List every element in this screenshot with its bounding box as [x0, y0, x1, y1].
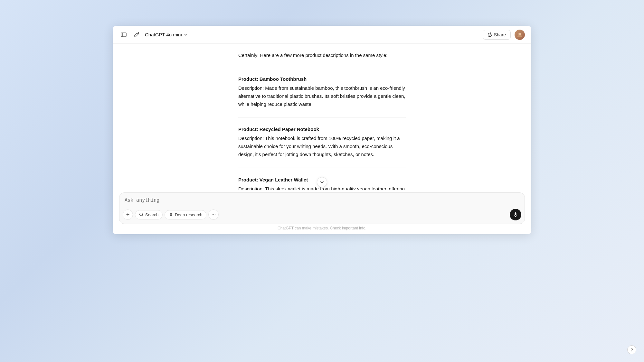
product-2-desc: Description: This notebook is crafted fr… — [238, 135, 406, 158]
more-button[interactable]: ··· — [208, 209, 219, 220]
intro-text: Certainly! Here are a few more product d… — [238, 44, 406, 64]
search-button[interactable]: Search — [135, 210, 163, 219]
model-selector[interactable]: ChatGPT 4o mini — [145, 32, 188, 37]
divider-2 — [238, 117, 406, 117]
toolbar-left: + Search — [123, 209, 219, 220]
product-1-desc: Description: Made from sustainable bambo… — [238, 84, 406, 108]
input-box: + Search — [119, 192, 525, 224]
add-button[interactable]: + — [123, 209, 133, 220]
svg-line-4 — [142, 215, 143, 216]
svg-point-5 — [170, 213, 172, 215]
svg-rect-8 — [515, 212, 516, 215]
header: ChatGPT 4o mini Share — [113, 26, 531, 44]
help-button[interactable]: ? — [627, 345, 636, 354]
share-button[interactable]: Share — [483, 30, 511, 40]
product-bamboo: Product: Bamboo Toothbrush Description: … — [238, 70, 406, 115]
input-toolbar: + Search — [119, 207, 525, 224]
search-label: Search — [145, 212, 158, 217]
divider-1 — [238, 67, 406, 67]
avatar[interactable] — [515, 30, 525, 40]
product-notebook: Product: Recycled Paper Notebook Descrip… — [238, 120, 406, 165]
share-label: Share — [494, 32, 506, 37]
chat-window: ChatGPT 4o mini Share — [113, 26, 531, 234]
product-1-title: Product: Bamboo Toothbrush — [238, 76, 406, 82]
content-area: Certainly! Here are a few more product d… — [113, 44, 531, 190]
sidebar-toggle-button[interactable] — [119, 30, 128, 39]
input-area: + Search — [113, 190, 531, 234]
header-right: Share — [483, 30, 525, 40]
footer-disclaimer: ChatGPT can make mistakes. Check importa… — [119, 224, 525, 232]
edit-button[interactable] — [132, 30, 141, 39]
model-name: ChatGPT 4o mini — [145, 32, 182, 37]
voice-button[interactable] — [510, 209, 521, 220]
header-left: ChatGPT 4o mini — [119, 30, 188, 39]
product-2-title: Product: Recycled Paper Notebook — [238, 126, 406, 132]
scroll-down-button[interactable] — [317, 177, 327, 187]
deep-research-label: Deep research — [175, 212, 202, 217]
deep-research-button[interactable]: Deep research — [165, 210, 206, 219]
divider-3 — [238, 168, 406, 168]
svg-rect-0 — [121, 33, 126, 37]
chat-input[interactable] — [119, 193, 525, 206]
message-container: Certainly! Here are a few more product d… — [232, 44, 412, 190]
